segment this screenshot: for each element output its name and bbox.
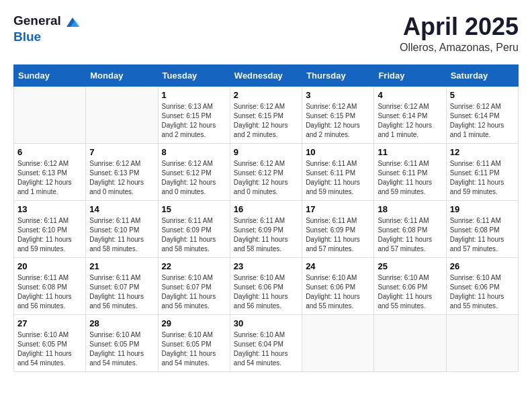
day-info: Sunrise: 6:11 AM Sunset: 6:08 PM Dayligh… [450,216,515,254]
calendar-cell: 21Sunrise: 6:11 AM Sunset: 6:07 PM Dayli… [86,257,158,314]
day-info: Sunrise: 6:10 AM Sunset: 6:04 PM Dayligh… [234,330,298,368]
calendar-week-3: 13Sunrise: 6:11 AM Sunset: 6:10 PM Dayli… [14,200,519,257]
day-info: Sunrise: 6:11 AM Sunset: 6:08 PM Dayligh… [17,273,82,311]
day-number: 19 [450,204,515,214]
calendar-cell: 13Sunrise: 6:11 AM Sunset: 6:10 PM Dayli… [14,200,86,257]
day-number: 22 [162,261,226,271]
day-info: Sunrise: 6:11 AM Sunset: 6:08 PM Dayligh… [378,216,442,254]
day-number: 6 [17,147,82,157]
calendar-cell: 23Sunrise: 6:10 AM Sunset: 6:06 PM Dayli… [230,257,302,314]
column-header-friday: Friday [374,64,446,86]
day-info: Sunrise: 6:12 AM Sunset: 6:14 PM Dayligh… [450,102,515,140]
calendar-cell: 4Sunrise: 6:12 AM Sunset: 6:14 PM Daylig… [374,86,446,143]
calendar-table: SundayMondayTuesdayWednesdayThursdayFrid… [13,64,519,372]
calendar-cell: 28Sunrise: 6:10 AM Sunset: 6:05 PM Dayli… [86,314,158,371]
calendar-cell: 17Sunrise: 6:11 AM Sunset: 6:09 PM Dayli… [302,200,374,257]
day-number: 3 [306,90,370,100]
calendar-week-5: 27Sunrise: 6:10 AM Sunset: 6:05 PM Dayli… [14,314,519,371]
day-number: 16 [234,204,298,214]
column-header-sunday: Sunday [14,64,86,86]
calendar-cell: 6Sunrise: 6:12 AM Sunset: 6:13 PM Daylig… [14,143,86,200]
logo-icon [65,15,80,30]
day-info: Sunrise: 6:11 AM Sunset: 6:10 PM Dayligh… [17,216,82,254]
calendar-cell [302,314,374,371]
calendar-cell: 10Sunrise: 6:11 AM Sunset: 6:11 PM Dayli… [302,143,374,200]
calendar-cell: 16Sunrise: 6:11 AM Sunset: 6:09 PM Dayli… [230,200,302,257]
calendar-cell: 15Sunrise: 6:11 AM Sunset: 6:09 PM Dayli… [158,200,230,257]
day-number: 11 [378,147,442,157]
day-info: Sunrise: 6:12 AM Sunset: 6:14 PM Dayligh… [378,102,442,140]
column-header-saturday: Saturday [446,64,518,86]
day-number: 1 [162,90,226,100]
calendar-cell: 8Sunrise: 6:12 AM Sunset: 6:12 PM Daylig… [158,143,230,200]
day-info: Sunrise: 6:12 AM Sunset: 6:13 PM Dayligh… [17,159,82,197]
day-info: Sunrise: 6:11 AM Sunset: 6:09 PM Dayligh… [306,216,370,254]
day-number: 15 [162,204,226,214]
day-number: 7 [89,147,154,157]
day-number: 28 [89,318,154,328]
day-number: 10 [306,147,370,157]
day-info: Sunrise: 6:12 AM Sunset: 6:12 PM Dayligh… [162,159,226,197]
column-header-wednesday: Wednesday [230,64,302,86]
day-info: Sunrise: 6:12 AM Sunset: 6:15 PM Dayligh… [306,102,370,140]
day-info: Sunrise: 6:11 AM Sunset: 6:09 PM Dayligh… [234,216,298,254]
calendar-cell: 25Sunrise: 6:10 AM Sunset: 6:06 PM Dayli… [374,257,446,314]
day-info: Sunrise: 6:10 AM Sunset: 6:06 PM Dayligh… [378,273,442,311]
calendar-cell: 5Sunrise: 6:12 AM Sunset: 6:14 PM Daylig… [446,86,518,143]
calendar-cell: 12Sunrise: 6:11 AM Sunset: 6:11 PM Dayli… [446,143,518,200]
logo-blue: Blue [13,30,41,44]
day-info: Sunrise: 6:10 AM Sunset: 6:05 PM Dayligh… [17,330,82,368]
calendar-week-4: 20Sunrise: 6:11 AM Sunset: 6:08 PM Dayli… [14,257,519,314]
day-number: 30 [234,318,298,328]
day-number: 21 [89,261,154,271]
day-info: Sunrise: 6:10 AM Sunset: 6:05 PM Dayligh… [162,330,226,368]
calendar-cell: 7Sunrise: 6:12 AM Sunset: 6:13 PM Daylig… [86,143,158,200]
day-number: 25 [378,261,442,271]
day-info: Sunrise: 6:11 AM Sunset: 6:10 PM Dayligh… [89,216,154,254]
day-info: Sunrise: 6:11 AM Sunset: 6:11 PM Dayligh… [378,159,442,197]
calendar-cell [374,314,446,371]
calendar-week-1: 1Sunrise: 6:13 AM Sunset: 6:15 PM Daylig… [14,86,519,143]
day-info: Sunrise: 6:12 AM Sunset: 6:12 PM Dayligh… [234,159,298,197]
day-number: 27 [17,318,82,328]
calendar-cell: 19Sunrise: 6:11 AM Sunset: 6:08 PM Dayli… [446,200,518,257]
calendar-cell: 27Sunrise: 6:10 AM Sunset: 6:05 PM Dayli… [14,314,86,371]
calendar-cell: 11Sunrise: 6:11 AM Sunset: 6:11 PM Dayli… [374,143,446,200]
calendar-cell: 9Sunrise: 6:12 AM Sunset: 6:12 PM Daylig… [230,143,302,200]
calendar-cell: 14Sunrise: 6:11 AM Sunset: 6:10 PM Dayli… [86,200,158,257]
day-number: 18 [378,204,442,214]
page-header: General Blue April 2025 Olleros, Amazona… [13,13,519,54]
day-number: 5 [450,90,515,100]
calendar-cell [86,86,158,143]
day-info: Sunrise: 6:10 AM Sunset: 6:06 PM Dayligh… [450,273,515,311]
logo-general: General [13,13,61,28]
day-info: Sunrise: 6:11 AM Sunset: 6:11 PM Dayligh… [450,159,515,197]
day-number: 9 [234,147,298,157]
title-area: April 2025 Olleros, Amazonas, Peru [400,13,519,54]
day-number: 23 [234,261,298,271]
day-info: Sunrise: 6:10 AM Sunset: 6:05 PM Dayligh… [89,330,154,368]
day-number: 20 [17,261,82,271]
logo-text: General [13,13,80,30]
column-header-tuesday: Tuesday [158,64,230,86]
logo: General Blue [13,13,80,44]
day-info: Sunrise: 6:12 AM Sunset: 6:13 PM Dayligh… [89,159,154,197]
calendar-cell: 30Sunrise: 6:10 AM Sunset: 6:04 PM Dayli… [230,314,302,371]
day-info: Sunrise: 6:10 AM Sunset: 6:06 PM Dayligh… [306,273,370,311]
calendar-cell: 22Sunrise: 6:10 AM Sunset: 6:07 PM Dayli… [158,257,230,314]
calendar-cell: 1Sunrise: 6:13 AM Sunset: 6:15 PM Daylig… [158,86,230,143]
day-info: Sunrise: 6:10 AM Sunset: 6:06 PM Dayligh… [234,273,298,311]
day-number: 13 [17,204,82,214]
day-number: 24 [306,261,370,271]
day-info: Sunrise: 6:13 AM Sunset: 6:15 PM Dayligh… [162,102,226,140]
calendar-cell: 26Sunrise: 6:10 AM Sunset: 6:06 PM Dayli… [446,257,518,314]
calendar-cell: 2Sunrise: 6:12 AM Sunset: 6:15 PM Daylig… [230,86,302,143]
calendar-cell: 24Sunrise: 6:10 AM Sunset: 6:06 PM Dayli… [302,257,374,314]
location-subtitle: Olleros, Amazonas, Peru [400,42,519,54]
day-number: 26 [450,261,515,271]
day-number: 2 [234,90,298,100]
calendar-cell: 18Sunrise: 6:11 AM Sunset: 6:08 PM Dayli… [374,200,446,257]
day-number: 12 [450,147,515,157]
day-info: Sunrise: 6:11 AM Sunset: 6:07 PM Dayligh… [89,273,154,311]
day-number: 4 [378,90,442,100]
